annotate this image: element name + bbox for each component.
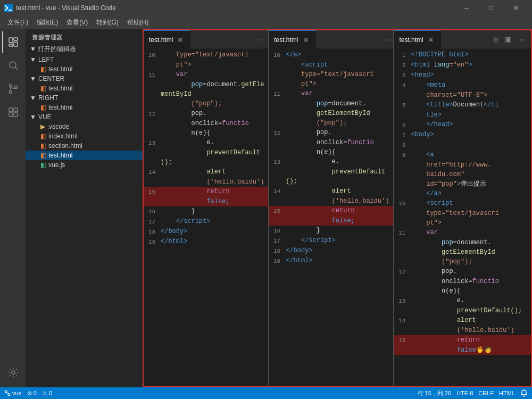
explorer-header: 资源管理器 — [26, 29, 143, 44]
left-label: LEFT — [38, 56, 54, 63]
sidebar-item-sectionhtml[interactable]: ◧ section.html — [26, 141, 143, 151]
tab-close-icon[interactable]: ✕ — [302, 36, 310, 44]
tab-close-icon[interactable]: ✕ — [427, 36, 435, 44]
eol[interactable]: CRLF — [478, 390, 494, 396]
code-line: 10 <script — [394, 198, 531, 209]
code-line-highlight: 15 return — [144, 187, 268, 197]
tab-more-2[interactable]: ··· — [381, 35, 394, 44]
code-line: 9 <a — [394, 150, 531, 160]
sidebar-group-center[interactable]: ▼ CENTER — [26, 74, 143, 84]
sidebar-item-testhtml-active[interactable]: ◧ test.html — [26, 151, 143, 160]
warning-count[interactable]: ⚠ 0 — [42, 390, 52, 397]
extensions-icon[interactable] — [2, 102, 23, 123]
settings-icon[interactable] — [2, 362, 23, 383]
sidebar-group-left[interactable]: ▼ LEFT — [26, 55, 143, 64]
code-line: 14 alert — [394, 315, 531, 326]
code-line: onclick=functio — [269, 138, 393, 147]
code-line: ('hello,baidu') — [394, 326, 531, 335]
notification-icon[interactable] — [520, 389, 528, 397]
code-line: 5 <title>Document</ti — [394, 100, 531, 110]
svg-point-14 — [5, 390, 7, 393]
window-controls[interactable]: ─ □ ✕ — [454, 0, 528, 16]
tab-close-icon[interactable]: ✕ — [176, 36, 185, 44]
svg-rect-11 — [9, 113, 13, 117]
tab-1-testhtml[interactable]: test.html ✕ — [144, 30, 190, 49]
code-editor-1[interactable]: 10 type="text/javascri pt"> 11 var pop=d… — [144, 49, 268, 386]
code-line: 13 e. — [394, 296, 531, 306]
menu-edit[interactable]: 编辑(E) — [32, 17, 62, 28]
code-line: baidu.com" — [394, 170, 531, 179]
cursor-position[interactable]: 行 15，列 26 — [418, 389, 452, 397]
minimize-button[interactable]: ─ — [454, 0, 479, 16]
code-line-highlight: 15 return — [394, 335, 531, 345]
svg-line-5 — [15, 68, 18, 70]
open-editors-section[interactable]: ▼ 打开的编辑器 — [26, 44, 143, 55]
code-line: getElementById — [394, 247, 531, 257]
tab-bar-2: test.html ✕ ··· — [269, 30, 393, 49]
code-editor-2[interactable]: 10</a> <script type="text/javascri pt"> … — [269, 49, 393, 386]
source-control-status[interactable]: vue — [4, 390, 22, 396]
code-line: 19</html> — [269, 256, 393, 266]
restore-button[interactable]: □ — [479, 0, 503, 16]
sidebar-item-indexhtml[interactable]: ◧ index.html — [26, 131, 143, 141]
encoding[interactable]: UTF-8 — [456, 390, 473, 396]
code-line: 18</body> — [269, 246, 393, 256]
svg-point-4 — [10, 62, 16, 68]
center-label: CENTER — [38, 75, 64, 82]
statusbar: vue ⊗ 0 ⚠ 0 行 15，列 26 UTF-8 CRLF HTML — [0, 387, 532, 399]
code-line: 7<body> — [394, 130, 531, 140]
tab-more-3[interactable]: ··· — [516, 35, 529, 44]
menu-goto[interactable]: 转到(G) — [92, 17, 122, 28]
code-line: pop=document. — [269, 99, 393, 109]
sidebar-item-right-testhtml[interactable]: ◧ test.html — [26, 103, 143, 112]
app-icon — [4, 4, 13, 12]
source-control-icon[interactable] — [2, 78, 23, 99]
right-label: RIGHT — [38, 94, 58, 102]
tab-2-testhtml[interactable]: test.html ✕ — [269, 30, 315, 49]
file-icon: ◧ — [40, 142, 46, 149]
sidebar-group-right[interactable]: ▼ RIGHT — [26, 93, 143, 103]
code-line-highlight: false🖐🧑 — [394, 345, 531, 355]
sidebar-item-center-testhtml[interactable]: ◧ test.html — [26, 84, 143, 93]
code-line: onclick=functio — [144, 119, 268, 128]
code-line: 13 e. — [269, 157, 393, 167]
code-line: ("pop"); — [269, 118, 393, 128]
file-icon: ◧ — [40, 65, 46, 73]
editor-pane-1: test.html ✕ ··· 10 type="text/javascri p… — [144, 30, 269, 386]
tab-more-1[interactable]: ··· — [256, 35, 269, 44]
code-line: ('hello,baidu') — [144, 177, 268, 187]
code-line-highlight: false; — [269, 216, 393, 226]
sidebar-item-vscode[interactable]: ▶ .vscode — [26, 122, 143, 131]
split-editor-icon[interactable]: ⎘ — [492, 34, 501, 45]
language-mode[interactable]: HTML — [499, 390, 515, 396]
menu-help[interactable]: 帮助(H) — [123, 17, 153, 28]
code-line: pop=document. — [394, 238, 531, 247]
code-line: ('hello,baidu') — [269, 196, 393, 206]
code-line: pop=document.getElementById — [144, 80, 268, 99]
editor-pane-3: test.html ✕ ⎘ ▣ ··· 1<!DOCTYPE html> 2<h… — [394, 30, 531, 386]
tab-3-testhtml[interactable]: test.html ✕ — [394, 30, 440, 49]
vue-arrow-icon: ▼ — [30, 113, 36, 121]
close-button[interactable]: ✕ — [503, 0, 528, 16]
code-line: 6 </head> — [394, 120, 531, 130]
code-line: getElementById — [269, 109, 393, 118]
code-line: </a> — [394, 189, 531, 198]
sidebar-item-left-testhtml[interactable]: ◧ test.html — [26, 64, 143, 74]
code-editor-3[interactable]: 1<!DOCTYPE html> 2<html lang="en"> 3<hea… — [394, 49, 531, 386]
svg-rect-2 — [14, 42, 18, 46]
statusbar-left: vue ⊗ 0 ⚠ 0 — [4, 390, 52, 397]
menu-view[interactable]: 查看(V) — [62, 17, 92, 28]
code-line: 19</html> — [144, 237, 268, 247]
sidebar-group-vue[interactable]: ▼ VUE — [26, 112, 143, 122]
menubar: 文件(F) 编辑(E) 查看(V) 转到(G) 帮助(H) — [0, 16, 532, 29]
error-count[interactable]: ⊗ 0 — [27, 390, 37, 397]
code-line: n(e){ — [144, 128, 268, 138]
explorer-icon[interactable] — [2, 31, 23, 53]
code-line: preventDefault(); — [269, 167, 393, 186]
code-line: ("pop"); — [144, 99, 268, 109]
menu-file[interactable]: 文件(F) — [3, 17, 32, 28]
sidebar-item-vuejs[interactable]: ◧ vue.js — [26, 160, 143, 170]
code-line: ("pop"); — [394, 257, 531, 267]
toggle-sidebar-icon[interactable]: ▣ — [503, 34, 514, 45]
search-icon[interactable] — [2, 55, 23, 76]
